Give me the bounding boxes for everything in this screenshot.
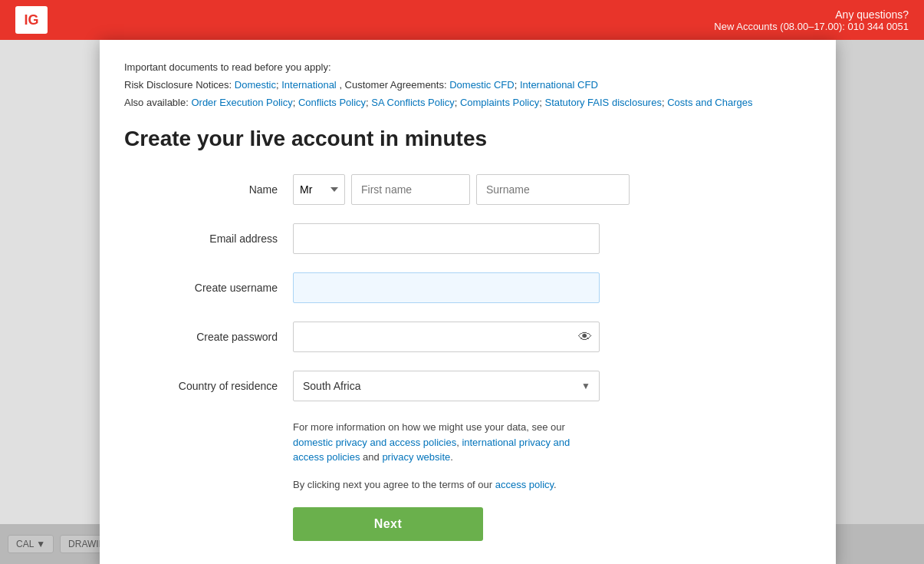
username-input[interactable] (293, 272, 600, 303)
username-row: Create username (124, 272, 811, 303)
username-controls (293, 272, 811, 303)
any-questions-text: Any questions? (714, 8, 909, 21)
name-controls: Mr Mrs Ms Dr (293, 174, 811, 205)
password-label: Create password (124, 331, 293, 343)
privacy-prefix: For more information on how we might use… (293, 421, 565, 433)
email-label: Email address (124, 233, 293, 245)
email-row: Email address (124, 223, 811, 254)
next-button[interactable]: Next (293, 507, 483, 541)
top-bar-contact: Any questions? New Accounts (08.00–17.00… (714, 8, 909, 32)
password-toggle-icon[interactable]: 👁 (578, 329, 592, 345)
customer-agreements: , Customer Agreements: (339, 79, 446, 91)
international-cfd-link[interactable]: International CFD (520, 79, 598, 91)
phone-info-text: New Accounts (08.00–17.00): 010 344 0051 (714, 21, 909, 32)
also-available-prefix: Also available: (124, 97, 189, 108)
and-text: and (363, 451, 380, 463)
international-link[interactable]: International (281, 79, 337, 91)
password-input[interactable] (293, 322, 600, 352)
top-bar: IG Any questions? New Accounts (08.00–17… (0, 0, 924, 40)
access-policy-link[interactable]: access policy (495, 479, 554, 490)
country-controls: South Africa United Kingdom Australia Ge… (293, 371, 811, 401)
country-select-wrapper: South Africa United Kingdom Australia Ge… (293, 371, 600, 401)
first-name-input[interactable] (351, 174, 470, 205)
email-controls (293, 223, 811, 254)
left-panel (0, 40, 100, 564)
complaints-link[interactable]: Complaints Policy (460, 97, 539, 108)
password-wrapper: 👁 (293, 322, 600, 352)
risk-disclosure: Risk Disclosure Notices: Domestic; Inter… (124, 79, 811, 91)
important-prefix: Important documents to read before you a… (124, 61, 331, 73)
agree-prefix: By clicking next you agree to the terms … (293, 479, 492, 490)
ig-logo: IG (15, 6, 48, 34)
privacy-text: For more information on how we might use… (293, 420, 600, 465)
important-docs: Important documents to read before you a… (124, 61, 811, 73)
name-label: Name (124, 183, 293, 196)
country-row: Country of residence South Africa United… (124, 371, 811, 401)
title-select[interactable]: Mr Mrs Ms Dr (293, 174, 345, 205)
conflicts-link[interactable]: Conflicts Policy (298, 97, 366, 108)
registration-modal: Important documents to read before you a… (100, 40, 836, 564)
costs-link[interactable]: Costs and Charges (667, 97, 752, 108)
statutory-link[interactable]: Statutory FAIS disclosures (544, 97, 661, 108)
name-row: Name Mr Mrs Ms Dr (124, 174, 811, 205)
domestic-cfd-link[interactable]: Domestic CFD (449, 79, 515, 91)
domestic-privacy-link[interactable]: domestic privacy and access policies (293, 437, 456, 448)
password-controls: 👁 (293, 322, 811, 352)
surname-input[interactable] (476, 174, 630, 205)
page-title: Create your live account in minutes (124, 127, 811, 151)
privacy-website-link[interactable]: privacy website (382, 451, 450, 463)
password-row: Create password 👁 (124, 322, 811, 352)
country-select[interactable]: South Africa United Kingdom Australia Ge… (293, 371, 600, 401)
username-label: Create username (124, 282, 293, 294)
risk-prefix: Risk Disclosure Notices: (124, 79, 232, 91)
email-input[interactable] (293, 223, 600, 254)
also-available: Also available: Order Execution Policy; … (124, 97, 811, 108)
country-label: Country of residence (124, 380, 293, 392)
right-panel (836, 40, 924, 564)
order-execution-link[interactable]: Order Execution Policy (191, 97, 292, 108)
domestic-link[interactable]: Domestic (235, 79, 276, 91)
bottom-tab-cal: CAL ▼ (8, 535, 54, 553)
agree-text: By clicking next you agree to the terms … (293, 477, 600, 493)
sa-conflicts-link[interactable]: SA Conflicts Policy (371, 97, 454, 108)
